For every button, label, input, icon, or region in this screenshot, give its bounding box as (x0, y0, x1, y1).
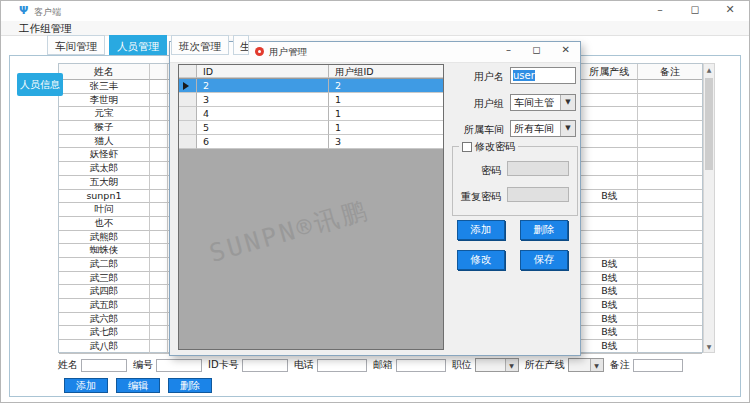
staff-编辑-button[interactable]: 编辑 (116, 378, 160, 393)
staff-cell: 也不 (59, 217, 150, 231)
staff-cell (150, 217, 168, 231)
form-field: 编号 (133, 358, 202, 372)
staff-cell (638, 231, 702, 245)
staff-table-scrollbar[interactable]: ▲ ▼ (703, 63, 715, 353)
user-cell: 4 (197, 107, 329, 121)
row-header[interactable] (179, 79, 197, 93)
staff-cell (150, 162, 168, 176)
user-row[interactable]: 22 (179, 79, 443, 93)
电话-input[interactable] (317, 359, 367, 372)
staff-cell (581, 94, 638, 108)
staff-cell (150, 231, 168, 245)
user-cell: 1 (329, 107, 443, 121)
staff-cell (638, 285, 702, 299)
staff-cell: B线 (581, 258, 638, 272)
sidebar-item-personnel-info[interactable]: 人员信息 (17, 73, 63, 96)
user-cell: 3 (329, 135, 443, 149)
staff-删除-button[interactable]: 删除 (168, 378, 212, 393)
repeat-password-label: 重复密码 (453, 190, 501, 204)
编号-input[interactable] (156, 359, 202, 372)
staff-cell: 武五郎 (59, 299, 150, 313)
user-column-header (179, 65, 197, 78)
dialog-删除-button[interactable]: 删除 (520, 220, 568, 240)
staff-cell (638, 121, 702, 135)
staff-cell (150, 203, 168, 217)
close-button[interactable]: ✕ (719, 3, 741, 16)
dialog-minimize-button[interactable]: – (506, 44, 511, 55)
staff-cell: 张三丰 (59, 80, 150, 94)
staff-cell (581, 121, 638, 135)
备注-input[interactable] (633, 359, 683, 372)
staff-cell (581, 148, 638, 162)
user-management-dialog: 用户管理 – ◻ ✕ ID用户组ID2231415163 SUNPN®讯鹏 用户… (169, 41, 581, 356)
staff-cell: B线 (581, 326, 638, 340)
usergroup-select[interactable]: 车间主管 ▼ (510, 94, 576, 111)
staff-cell (150, 258, 168, 272)
chevron-down-icon[interactable]: ▼ (560, 95, 575, 110)
dialog-添加-button[interactable]: 添加 (457, 220, 505, 240)
staff-cell (638, 94, 702, 108)
column-header: 所属产线 (581, 64, 638, 80)
chevron-down-icon[interactable]: ▼ (505, 359, 518, 371)
password-input[interactable] (507, 161, 569, 176)
staff-cell (638, 258, 702, 272)
staff-cell (638, 148, 702, 162)
staff-cell: 元宝 (59, 107, 150, 121)
tab-4[interactable]: 生产管理 (233, 35, 249, 55)
username-input[interactable]: user (510, 67, 576, 84)
form-field: ID卡号 (208, 358, 288, 372)
maximize-button[interactable]: ◻ (684, 3, 706, 16)
row-header[interactable] (179, 135, 197, 149)
staff-cell (150, 148, 168, 162)
user-row[interactable]: 41 (179, 107, 443, 121)
staff-cell (638, 80, 702, 94)
staff-cell (150, 94, 168, 108)
repeat-password-input[interactable] (507, 187, 569, 202)
change-password-checkbox[interactable] (462, 142, 472, 152)
window-controls: – ◻ ✕ (649, 3, 741, 16)
所在产线-select[interactable]: ▼ (568, 358, 604, 372)
staff-cell: 猫人 (59, 135, 150, 149)
tab-3[interactable]: 班次管理 (171, 35, 229, 55)
user-cell: 1 (329, 93, 443, 107)
dialog-close-button[interactable]: ✕ (562, 44, 570, 55)
邮箱-input[interactable] (396, 359, 446, 372)
row-header[interactable] (179, 107, 197, 121)
scrollbar-thumb[interactable] (705, 78, 713, 170)
field-label: 姓名 (58, 358, 78, 372)
姓名-input[interactable] (81, 359, 127, 372)
staff-cell (638, 135, 702, 149)
user-row[interactable]: 51 (179, 121, 443, 135)
workshop-select[interactable]: 所有车间 ▼ (510, 120, 576, 137)
chevron-down-icon[interactable]: ▼ (590, 359, 603, 371)
user-row[interactable]: 31 (179, 93, 443, 107)
tab-2[interactable]: 人员管理 (109, 35, 167, 55)
username-label: 用户名 (458, 70, 504, 84)
dialog-保存-button[interactable]: 保存 (520, 250, 568, 270)
ID卡号-input[interactable] (242, 359, 288, 372)
field-label: 备注 (610, 358, 630, 372)
user-row[interactable]: 63 (179, 135, 443, 149)
menu-item-workgroup[interactable]: 工作组管理 (19, 22, 72, 36)
menu-bar: 工作组管理 (1, 21, 749, 36)
staff-cell (581, 135, 638, 149)
staff-cell (150, 340, 168, 354)
minimize-button[interactable]: – (649, 3, 671, 16)
staff-cell: 猴子 (59, 121, 150, 135)
form-field: 职位▼ (452, 358, 519, 372)
field-label: 邮箱 (373, 358, 393, 372)
chevron-down-icon[interactable]: ▼ (560, 121, 575, 136)
row-header[interactable] (179, 121, 197, 135)
row-header[interactable] (179, 93, 197, 107)
tab-1[interactable]: 车间管理 (47, 35, 105, 55)
职位-select[interactable]: ▼ (475, 358, 519, 372)
dialog-maximize-button[interactable]: ◻ (532, 44, 540, 55)
scroll-up-icon[interactable]: ▲ (704, 64, 714, 75)
dialog-修改-button[interactable]: 修改 (457, 250, 505, 270)
dialog-app-icon (255, 47, 264, 56)
staff-cell: B线 (581, 340, 638, 354)
scroll-down-icon[interactable]: ▼ (704, 341, 714, 352)
staff-cell: B线 (581, 190, 638, 204)
staff-添加-button[interactable]: 添加 (64, 378, 108, 393)
staff-cell (581, 80, 638, 94)
